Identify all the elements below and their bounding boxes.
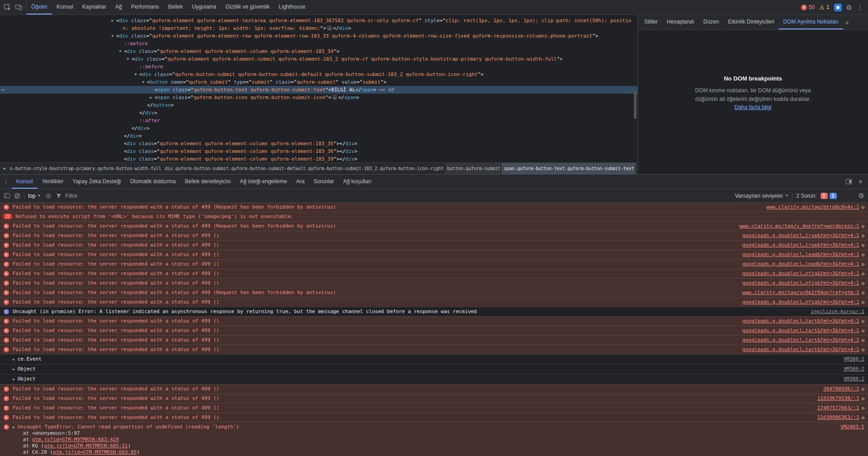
source-location-link[interactable]: googleads.g.doublecl…true&fmt=3&fmt=4:1	[742, 233, 859, 239]
request-blocking-gear-icon[interactable]: ⚙	[861, 271, 864, 276]
breadcrumb-item[interactable]: button.quform-submit	[445, 163, 502, 174]
tab-konsol[interactable]: Konsol	[52, 0, 78, 14]
source-location-link[interactable]: googleads.g.doublecl…tart&fmt=3&fmt=4:1	[742, 318, 859, 324]
dom-tree-line[interactable]: ▼<div class="quform-element quform-eleme…	[0, 55, 637, 63]
close-icon[interactable]: ×	[859, 178, 863, 185]
request-blocking-gear-icon[interactable]: ⚙	[861, 415, 864, 420]
request-blocking-gear-icon[interactable]: ⚙	[861, 252, 864, 257]
request-blocking-gear-icon[interactable]: ⚙	[861, 300, 864, 305]
error-count-badge[interactable]: × 50	[801, 4, 815, 10]
console-sidebar-toggle-icon[interactable]	[4, 192, 10, 199]
tab-lighthouse[interactable]: Lighthouse	[274, 0, 310, 14]
breadcrumb-item[interactable]: span.quform-button-text.quform-button-su…	[502, 163, 636, 174]
dom-tree-line[interactable]: ::after	[0, 117, 637, 124]
expand-arrow-icon[interactable]: ▶	[148, 94, 154, 101]
source-location-link[interactable]: ingilizce-kursu/:1	[811, 309, 864, 315]
dom-tree-line[interactable]: ▼<div class="quform-element quform-eleme…	[0, 32, 637, 40]
live-expression-eye-icon[interactable]	[45, 192, 52, 200]
expand-arrow-icon[interactable]: ▶	[13, 356, 15, 363]
request-blocking-gear-icon[interactable]: ⚙	[861, 224, 864, 229]
dom-tree-line[interactable]: <div class="quform-element quform-elemen…	[0, 140, 637, 147]
expand-arrow-icon[interactable]: ▼	[141, 78, 146, 86]
tab-bellek[interactable]: Bellek	[164, 0, 188, 14]
source-location-link[interactable]: www.clarity.ms/tag/vc0p1f04on?ref=gtm:1	[742, 290, 859, 296]
scrollbar-thumb[interactable]	[634, 91, 637, 119]
expand-arrow-icon[interactable]: ▼	[125, 55, 131, 63]
more-tools-icon[interactable]: ⋮	[0, 175, 12, 189]
expand-arrow-icon[interactable]: ▶	[13, 424, 15, 431]
drawer-tab-otomatik-doldurma[interactable]: Otomatik doldurma	[125, 175, 180, 189]
sidebar-tab-düzen[interactable]: Düzen	[699, 15, 724, 29]
expand-arrow-icon[interactable]: ▼	[110, 32, 115, 40]
tab-overflow-chevron-icon[interactable]: »	[843, 19, 851, 26]
request-blocking-gear-icon[interactable]: ⚙	[861, 406, 864, 411]
request-blocking-gear-icon[interactable]: ⚙	[861, 233, 864, 238]
dom-tree-line[interactable]: ▼<button name="quform_submit" type="subm…	[0, 78, 637, 86]
expand-arrow-icon[interactable]: ▶	[13, 366, 15, 373]
breadcrumb-item[interactable]: div.quform-button-submit.quform-button-s…	[163, 163, 445, 174]
source-location-link[interactable]: VM380:2	[844, 366, 864, 372]
dom-tree-line[interactable]: ▼<div class="quform-button-submit quform…	[0, 71, 637, 78]
dom-tree-line[interactable]: ▼<div class="quform-element quform-eleme…	[0, 48, 637, 55]
request-blocking-gear-icon[interactable]: ⚙	[861, 338, 864, 343]
expand-arrow-icon[interactable]: ▶	[110, 17, 115, 24]
issue-count-badge[interactable]: 1	[830, 193, 837, 199]
dom-tree-line[interactable]: ::before	[0, 40, 637, 48]
dom-tree-line[interactable]: </div>	[0, 132, 637, 140]
drawer-tab-yapay-zeka-desteği[interactable]: Yapay Zeka Desteği	[68, 175, 125, 189]
source-location-link[interactable]: googleads.g.doublecl…nfig&fmt=3&fmt=4:1	[742, 271, 859, 277]
dom-tree-line[interactable]: ▶<span class="quform-button-icon quform-…	[0, 94, 637, 101]
tab-uygulama[interactable]: Uygulama	[188, 0, 221, 14]
extension-icon[interactable]	[834, 4, 842, 11]
inspect-element-icon[interactable]	[4, 4, 11, 11]
tab-ağ[interactable]: Ağ	[111, 0, 127, 14]
dom-tree-line[interactable]: ::before	[0, 63, 637, 71]
dom-tree-line[interactable]: ⋯<span class="quform-button-text quform-…	[0, 86, 637, 94]
sidebar-tab-dom-ayrılma-noktaları[interactable]: DOM Ayrılma Noktaları	[778, 15, 843, 29]
source-location-link[interactable]: googleads.g.doublecl…tart&fmt=3&fmt=4:1	[742, 347, 859, 353]
source-location-link[interactable]: googleads.g.doublecl…tart&fmt=3&fmt=4:1	[742, 328, 859, 334]
request-blocking-gear-icon[interactable]: ⚙	[861, 319, 864, 324]
source-location-link[interactable]: googleads.g.doublecl…nfig&fmt=3&fmt=4:1	[742, 299, 859, 305]
clear-console-icon[interactable]	[14, 193, 20, 199]
source-location-link[interactable]: 384700936/:1	[823, 386, 859, 392]
request-blocking-gear-icon[interactable]: ⚙	[861, 328, 864, 333]
source-location-link[interactable]: googleads.g.doublecl…lead&fmt=3&fmt=4:1	[742, 252, 859, 258]
drawer-tab-ağ-isteği-engelleme[interactable]: Ağ isteği engelleme	[235, 175, 292, 189]
sidebar-tab-etkinlik-dinleyicileri[interactable]: Etkinlik Dinleyicileri	[723, 15, 778, 29]
drawer-tab-ağ-koşulları[interactable]: Ağ koşulları	[339, 175, 376, 189]
source-link[interactable]: gtm.js?id=GTM-M9TMR5N:685:31	[44, 443, 127, 449]
source-location-link[interactable]: VM380:2	[844, 376, 864, 382]
dom-tree-line[interactable]: </div>	[0, 124, 637, 132]
request-blocking-gear-icon[interactable]: ⚙	[861, 396, 864, 401]
drawer-tab-bellek-denetleyicisi[interactable]: Bellek denetleyicisi	[180, 175, 235, 189]
context-selector[interactable]: top ▼	[28, 193, 41, 199]
log-levels-selector[interactable]: Varsayılan seviyeler ▼	[735, 193, 788, 199]
dock-side-icon[interactable]	[845, 178, 852, 185]
source-link[interactable]: gtm.js?id=GTM-M9TMR5N:683:429	[32, 437, 119, 442]
source-location-link[interactable]: 11030986363/:1	[817, 414, 859, 421]
source-location-link[interactable]: 11010679538/:1	[817, 395, 859, 402]
warning-count-badge[interactable]: ⚠ 1	[819, 4, 829, 11]
drawer-tab-ara[interactable]: Ara	[292, 175, 309, 189]
issue-count-badge[interactable]: 1	[821, 193, 828, 199]
dom-tree-line[interactable]: <div class="quform-element quform-elemen…	[0, 155, 637, 162]
source-link[interactable]: gtm.js?id=GTM-M9TMR5N:683:85	[53, 449, 137, 455]
drawer-tab-yenilikler[interactable]: Yenilikler	[38, 175, 68, 189]
request-blocking-gear-icon[interactable]: ⚙	[861, 290, 864, 295]
request-blocking-gear-icon[interactable]: ⚙	[861, 387, 864, 392]
dom-tree-line[interactable]: </div>	[0, 109, 637, 117]
tab-performans[interactable]: Performans	[127, 0, 164, 14]
dom-tree-line[interactable]: </button>	[0, 101, 637, 109]
request-blocking-gear-icon[interactable]: ⚙	[861, 205, 864, 210]
drawer-tab-konsol[interactable]: Konsol	[12, 175, 38, 189]
request-blocking-gear-icon[interactable]: ⚙	[861, 262, 864, 267]
breadcrumb-item[interactable]: n-button-style-bootstrap-primary.quform-…	[8, 163, 163, 174]
tab-öğeler[interactable]: Öğeler	[27, 0, 52, 14]
console-settings-gear-icon[interactable]: ⚙	[859, 192, 864, 199]
dom-tree-line[interactable]: ▶<div class="quform-element quform-eleme…	[0, 17, 637, 24]
kebab-menu-icon[interactable]: ⋮	[857, 4, 863, 11]
source-location-link[interactable]: VM2803:5	[840, 424, 864, 430]
selected-row-menu-icon[interactable]: ⋯	[1, 86, 5, 94]
source-location-link[interactable]: googleads.g.doublecl…tart&fmt=3&fmt=4:1	[742, 337, 859, 343]
